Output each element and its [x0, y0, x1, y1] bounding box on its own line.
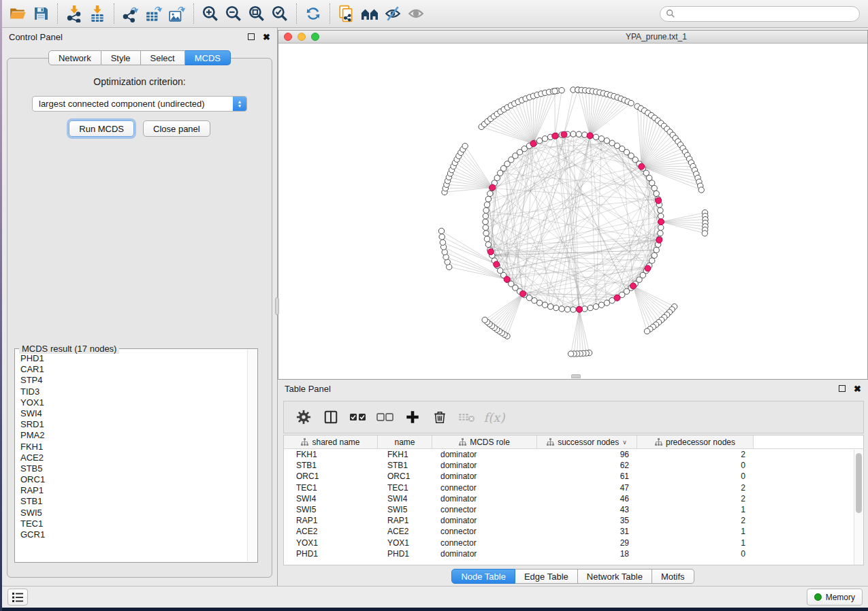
network-node[interactable] — [485, 242, 491, 247]
close-panel-icon[interactable]: ✖ — [854, 384, 861, 393]
memory-button[interactable]: Memory — [807, 589, 863, 606]
table-row[interactable]: TEC1TEC1connector472 — [284, 482, 863, 493]
hide-selected-button[interactable] — [381, 3, 404, 24]
mcds-result-item[interactable]: PHD1 — [16, 353, 247, 364]
optimization-criterion-select[interactable]: largest connected component (undirected)… — [32, 96, 247, 112]
column-layout-button[interactable] — [321, 407, 341, 427]
network-node[interactable] — [462, 144, 468, 149]
network-node[interactable] — [483, 219, 488, 225]
fit-content-button[interactable] — [245, 3, 268, 24]
tab-style[interactable]: Style — [101, 50, 141, 65]
network-node[interactable] — [484, 202, 489, 208]
tab-edge-table[interactable]: Edge Table — [515, 569, 578, 584]
zoom-selected-button[interactable] — [268, 3, 291, 24]
run-mcds-button[interactable]: Run MCDS — [69, 120, 134, 137]
mcds-result-item[interactable]: STB1 — [16, 496, 247, 507]
mcds-node[interactable] — [645, 265, 651, 271]
network-node[interactable] — [559, 306, 564, 312]
search-box[interactable] — [660, 6, 860, 22]
select-all-button[interactable] — [348, 407, 368, 427]
delete-row-button[interactable] — [430, 407, 450, 427]
add-row-button[interactable] — [402, 407, 423, 427]
column-header-successor-nodes[interactable]: successor nodes ∨ — [537, 435, 637, 448]
window-zoom-icon[interactable] — [311, 33, 319, 41]
network-node[interactable] — [484, 236, 489, 242]
mcds-result-item[interactable]: SWI5 — [16, 508, 247, 518]
network-node[interactable] — [628, 100, 634, 105]
open-session-button[interactable] — [6, 3, 29, 24]
network-node[interactable] — [698, 187, 704, 193]
import-table-button[interactable] — [86, 3, 109, 24]
table-row[interactable]: ACE2ACE2connector311 — [284, 526, 863, 537]
mcds-node[interactable] — [658, 219, 664, 225]
network-node[interactable] — [564, 307, 570, 312]
table-row[interactable]: YOX1YOX1connector291 — [284, 538, 863, 548]
column-header-shared-name[interactable]: shared name — [284, 435, 378, 448]
table-row[interactable]: ORC1ORC1dominator610 — [284, 471, 863, 482]
export-network-button[interactable] — [119, 3, 142, 24]
network-node[interactable] — [552, 88, 558, 94]
float-panel-icon[interactable] — [839, 385, 846, 392]
mcds-result-item[interactable]: YOX1 — [16, 397, 247, 408]
mcds-result-item[interactable]: FKH1 — [16, 442, 247, 452]
mcds-node[interactable] — [504, 276, 510, 282]
export-image-button[interactable] — [165, 3, 189, 24]
save-session-button[interactable] — [29, 3, 52, 24]
mcds-node[interactable] — [587, 133, 593, 139]
network-node[interactable] — [483, 208, 489, 213]
float-panel-icon[interactable] — [248, 33, 255, 40]
network-node[interactable] — [654, 191, 659, 196]
table-scrollbar-thumb[interactable] — [856, 453, 862, 513]
mcds-result-item[interactable]: CAR1 — [16, 364, 247, 375]
mcds-node[interactable] — [552, 133, 558, 139]
mcds-node[interactable] — [561, 131, 567, 137]
mcds-node[interactable] — [630, 283, 637, 289]
search-input[interactable] — [675, 9, 854, 18]
network-node[interactable] — [439, 234, 445, 240]
new-network-from-selection-button[interactable] — [335, 3, 358, 24]
table-row[interactable]: SWI5SWI5connector431 — [284, 504, 863, 515]
network-node[interactable] — [588, 305, 593, 310]
network-node[interactable] — [604, 300, 609, 306]
table-row[interactable]: STB1STB1dominator620 — [284, 460, 863, 471]
network-node[interactable] — [582, 132, 588, 137]
tab-network-table[interactable]: Network Table — [578, 569, 652, 584]
network-window-titlebar[interactable]: YPA_prune.txt_1 — [278, 31, 867, 44]
network-node[interactable] — [483, 225, 488, 230]
network-node[interactable] — [652, 185, 657, 191]
mcds-node[interactable] — [489, 184, 496, 191]
table-scrollbar[interactable] — [854, 450, 863, 565]
network-node[interactable] — [536, 300, 542, 306]
network-node[interactable] — [570, 131, 576, 137]
network-node[interactable] — [442, 249, 447, 254]
network-node[interactable] — [658, 213, 664, 218]
network-node[interactable] — [483, 231, 489, 236]
tab-network[interactable]: Network — [48, 50, 101, 65]
network-node[interactable] — [559, 88, 564, 93]
table-row[interactable]: SWI4SWI4dominator462 — [284, 493, 863, 504]
mcds-node[interactable] — [614, 295, 620, 301]
horizontal-splitter-handle[interactable] — [571, 374, 581, 378]
mcds-node[interactable] — [656, 237, 662, 243]
tab-motifs[interactable]: Motifs — [652, 569, 694, 584]
network-node[interactable] — [644, 329, 649, 334]
mcds-result-item[interactable]: STB5 — [16, 463, 247, 474]
column-header-mcds-role[interactable]: MCDS role — [432, 435, 537, 448]
network-node[interactable] — [658, 231, 663, 236]
network-canvas[interactable] — [278, 44, 867, 379]
close-panel-button[interactable]: Close panel — [143, 120, 210, 137]
network-node[interactable] — [598, 302, 604, 308]
vertical-splitter-handle[interactable] — [275, 297, 279, 315]
network-node[interactable] — [438, 228, 444, 233]
mcds-node[interactable] — [530, 141, 536, 147]
mcds-node[interactable] — [656, 197, 662, 203]
mcds-node[interactable] — [639, 163, 645, 169]
column-header-name[interactable]: name — [378, 435, 432, 448]
network-node[interactable] — [547, 303, 553, 309]
network-node[interactable] — [593, 303, 598, 309]
network-node[interactable] — [483, 213, 488, 218]
network-node[interactable] — [440, 240, 445, 245]
network-node[interactable] — [593, 134, 598, 139]
network-node[interactable] — [658, 208, 663, 213]
network-node[interactable] — [598, 136, 604, 142]
